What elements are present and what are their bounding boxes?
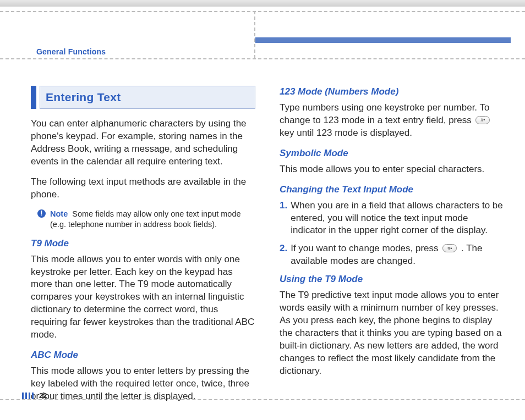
heading-title: Entering Text [40, 86, 255, 109]
note-text: Some fields may allow only one text inpu… [50, 209, 241, 229]
body-text: The following text input methods are ava… [31, 176, 255, 201]
hash-key-icon: #• [475, 116, 490, 124]
text-run: If you want to change modes, press [291, 243, 441, 253]
subheading-t9: T9 Mode [31, 237, 255, 250]
window-top-bar [0, 0, 525, 7]
body-text: This mode allows you to enter words with… [31, 253, 255, 342]
subheading-abc: ABC Mode [31, 349, 255, 362]
body-text: Type numbers using one keystroke per num… [280, 102, 504, 140]
body-text: This mode allows you to enter letters by… [31, 365, 255, 403]
heading-box: Entering Text [31, 86, 255, 109]
separator [57, 392, 57, 400]
text-run: Type numbers using one keystroke per num… [280, 102, 489, 125]
list-number: 1. [280, 200, 287, 237]
subheading-123: 123 Mode (Numbers Mode) [280, 86, 504, 98]
page-number: 22 [39, 391, 47, 400]
column-right: 123 Mode (Numbers Mode) Type numbers usi… [280, 86, 504, 384]
column-left: Entering Text You can enter alphanumeric… [31, 86, 255, 384]
subheading-symbolic: Symbolic Mode [280, 147, 504, 160]
list-text: If you want to change modes, press #• . … [291, 242, 504, 268]
body-text: You can enter alphanumeric characters by… [31, 118, 255, 168]
subheading-using-t9: Using the T9 Mode [280, 273, 504, 286]
body-text: This mode allows you to enter special ch… [280, 163, 504, 176]
page-content: Entering Text You can enter alphanumeric… [31, 86, 504, 384]
heading-accent [31, 86, 36, 109]
hash-key-icon: #• [442, 244, 457, 252]
ordered-list: 1. When you are in a field that allows c… [280, 200, 504, 268]
text-run: key until 123 mode is displayed. [280, 128, 412, 138]
section-label: General Functions [36, 47, 106, 56]
body-text: The T9 predictive text input mode allows… [280, 289, 504, 378]
note-block: ! Note Some fields may allow only one te… [37, 209, 255, 230]
guide-line [254, 11, 255, 58]
note-content: Note Some fields may allow only one text… [50, 209, 255, 230]
list-number: 2. [280, 242, 287, 268]
note-label: Note [50, 209, 68, 218]
subheading-change-mode: Changing the Text Input Mode [280, 184, 504, 196]
page-number-strip: 22 [22, 391, 57, 400]
list-item: 1. When you are in a field that allows c… [280, 200, 504, 237]
list-text: When you are in a field that allows char… [291, 200, 504, 237]
page-ticks-icon [22, 393, 34, 399]
header-accent-bar [255, 37, 511, 43]
guide-line [0, 11, 525, 12]
list-item: 2. If you want to change modes, press #•… [280, 242, 504, 268]
info-icon: ! [37, 209, 46, 218]
guide-line [0, 58, 525, 59]
